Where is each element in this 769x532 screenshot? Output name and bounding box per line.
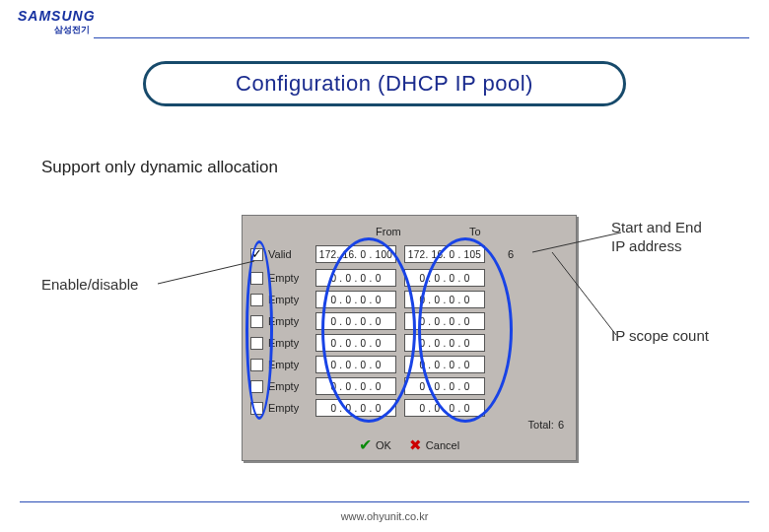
check-icon: ✔ (359, 435, 372, 454)
enable-checkbox[interactable] (250, 359, 263, 371)
dialog-buttons: ✔ OK ✖ Cancel (359, 435, 459, 454)
row-label: Empty (268, 294, 315, 305)
pool-row: Empty 0 . 0 . 0 . 0 0 . 0 . 0 . 0 (250, 267, 528, 289)
pool-row: Empty 0 . 0 . 0 . 0 0 . 0 . 0 . 0 (250, 310, 528, 332)
row-count: 6 (493, 248, 528, 260)
footer-url: www.ohyunit.co.kr (341, 510, 429, 522)
header: SAMSUNG 삼성전기 (0, 0, 769, 41)
to-ip-input[interactable]: 0 . 0 . 0 . 0 (404, 291, 485, 308)
annotation-startend: Start and End IP address (611, 219, 739, 256)
row-label: Empty (268, 359, 315, 370)
annotation-count: IP scope count (611, 327, 739, 346)
row-label: Valid (268, 248, 315, 260)
from-ip-input[interactable]: 0 . 0 . 0 . 0 (315, 291, 396, 308)
row-label: Empty (268, 380, 315, 392)
to-ip-input[interactable]: 172. 16. 0 . 105 (404, 245, 485, 263)
header-divider (94, 37, 749, 38)
from-ip-input[interactable]: 0 . 0 . 0 . 0 (315, 312, 396, 330)
column-header-from: From (376, 226, 401, 237)
enable-checkbox[interactable] (250, 315, 263, 328)
pool-row: Empty 0 . 0 . 0 . 0 0 . 0 . 0 . 0 (250, 375, 528, 397)
dhcp-pool-dialog: From To Valid 172. 16. 0 . 100 172. 16. … (242, 215, 577, 461)
enable-checkbox[interactable] (250, 248, 263, 261)
brand-logo: SAMSUNG (18, 8, 96, 24)
brand-sublabel: 삼성전기 (54, 24, 90, 36)
pool-row: Empty 0 . 0 . 0 . 0 0 . 0 . 0 . 0 (250, 332, 528, 354)
subtitle: Support only dynamic allocation (41, 158, 278, 177)
svg-line-0 (158, 261, 254, 284)
row-label: Empty (268, 315, 315, 327)
total-label: Total: (528, 419, 554, 431)
row-label: Empty (268, 402, 315, 414)
total-value: 6 (558, 419, 564, 431)
from-ip-input[interactable]: 0 . 0 . 0 . 0 (315, 356, 396, 373)
pool-row: Empty 0 . 0 . 0 . 0 0 . 0 . 0 . 0 (250, 397, 528, 419)
from-ip-input[interactable]: 0 . 0 . 0 . 0 (315, 269, 396, 287)
pool-row: Empty 0 . 0 . 0 . 0 0 . 0 . 0 . 0 (250, 354, 528, 375)
from-ip-input[interactable]: 0 . 0 . 0 . 0 (315, 399, 396, 417)
page-title: Configuration (DHCP IP pool) (143, 61, 626, 106)
row-label: Empty (268, 272, 315, 284)
to-ip-input[interactable]: 0 . 0 . 0 . 0 (404, 399, 485, 417)
to-ip-input[interactable]: 0 . 0 . 0 . 0 (404, 356, 485, 373)
enable-checkbox[interactable] (250, 402, 263, 415)
to-ip-input[interactable]: 0 . 0 . 0 . 0 (404, 312, 485, 330)
enable-checkbox[interactable] (250, 294, 263, 306)
to-ip-input[interactable]: 0 . 0 . 0 . 0 (404, 269, 485, 287)
from-ip-input[interactable]: 0 . 0 . 0 . 0 (315, 334, 396, 352)
cancel-button-label: Cancel (426, 439, 459, 451)
enable-checkbox[interactable] (250, 337, 263, 350)
cancel-button[interactable]: ✖ Cancel (409, 435, 459, 454)
enable-checkbox[interactable] (250, 272, 263, 285)
footer-divider (20, 501, 749, 502)
from-ip-input[interactable]: 172. 16. 0 . 100 (315, 245, 396, 263)
row-label: Empty (268, 337, 315, 349)
to-ip-input[interactable]: 0 . 0 . 0 . 0 (404, 334, 485, 352)
ok-button[interactable]: ✔ OK (359, 435, 391, 454)
from-ip-input[interactable]: 0 . 0 . 0 . 0 (315, 377, 396, 395)
pool-row: Valid 172. 16. 0 . 100 172. 16. 0 . 105 … (250, 243, 528, 265)
to-ip-input[interactable]: 0 . 0 . 0 . 0 (404, 377, 485, 395)
total-row: Total:6 (528, 419, 564, 431)
annotation-enable: Enable/disable (41, 276, 138, 295)
pool-row: Empty 0 . 0 . 0 . 0 0 . 0 . 0 . 0 (250, 289, 528, 310)
close-icon: ✖ (409, 436, 422, 454)
column-header-to: To (469, 226, 481, 237)
enable-checkbox[interactable] (250, 380, 263, 393)
ok-button-label: OK (376, 439, 391, 451)
